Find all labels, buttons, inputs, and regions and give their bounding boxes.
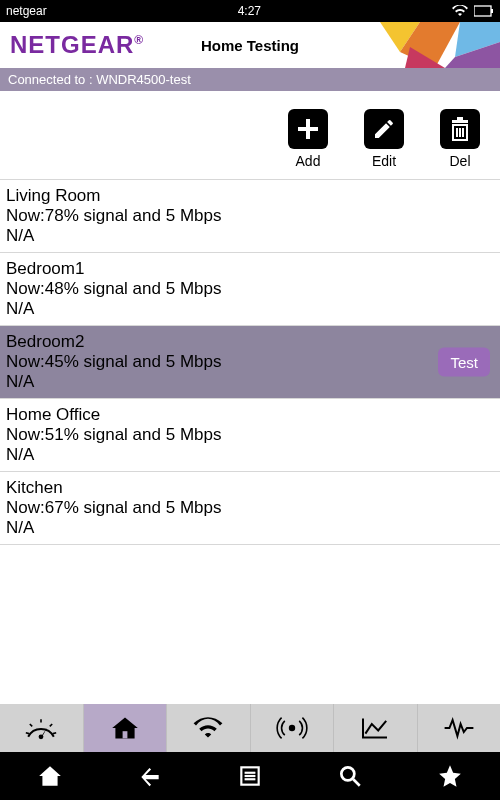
tab-activity[interactable] [418,704,501,752]
signal-detail: Now:45% signal and 5 Mbps [6,352,492,372]
extra-line: N/A [6,299,492,319]
connection-status-bar: Connected to : WNDR4500-test [0,68,500,91]
wifi-status-icon [452,5,468,17]
signal-detail: Now:78% signal and 5 Mbps [6,206,492,226]
list-item[interactable]: Kitchen Now:67% signal and 5 Mbps N/A [0,471,500,545]
nav-search[interactable] [330,756,370,796]
gauge-icon [25,714,57,742]
room-list: Living Room Now:78% signal and 5 Mbps N/… [0,179,500,545]
connection-prefix: Connected to : [8,72,96,87]
svg-line-16 [30,724,32,726]
status-app-name: netgear [6,4,47,18]
back-arrow-icon [137,763,163,789]
star-icon [437,763,463,789]
signal-detail: Now:51% signal and 5 Mbps [6,425,492,445]
menu-icon [237,763,263,789]
tab-signal[interactable] [251,704,335,752]
room-name: Kitchen [6,478,492,498]
connection-ssid: WNDR4500-test [96,72,191,87]
status-bar: netgear 4:27 [0,0,500,22]
search-icon [337,763,363,789]
extra-line: N/A [6,518,492,538]
svg-rect-10 [457,117,463,120]
extra-line: N/A [6,372,492,392]
list-item[interactable]: Bedroom1 Now:48% signal and 5 Mbps N/A [0,252,500,325]
plus-icon [288,109,328,149]
activity-icon [443,714,475,742]
test-button[interactable]: Test [438,348,490,377]
add-label: Add [296,153,321,169]
system-nav-bar [0,752,500,800]
edit-button[interactable]: Edit [364,109,404,169]
header: NETGEAR® Home Testing [0,22,500,68]
room-name: Bedroom1 [6,259,492,279]
del-label: Del [449,153,470,169]
home-icon [37,763,63,789]
page-title: Home Testing [201,37,299,54]
pencil-icon [364,109,404,149]
trash-icon [440,109,480,149]
list-item[interactable]: Living Room Now:78% signal and 5 Mbps N/… [0,179,500,252]
tab-chart[interactable] [334,704,418,752]
nav-menu[interactable] [230,756,270,796]
status-time: 4:27 [47,4,452,18]
svg-rect-9 [452,120,468,123]
battery-status-icon [474,5,494,17]
signal-detail: Now:48% signal and 5 Mbps [6,279,492,299]
svg-point-28 [341,767,354,780]
extra-line: N/A [6,226,492,246]
svg-point-21 [39,734,44,739]
brand-decoration [350,22,500,68]
radar-icon [276,714,308,742]
svg-rect-1 [491,9,493,13]
actions-row: Add Edit Del [0,91,500,179]
house-icon [109,714,141,742]
svg-line-17 [50,724,52,726]
edit-label: Edit [372,153,396,169]
wifi-icon [192,714,224,742]
nav-home[interactable] [30,756,70,796]
svg-rect-0 [474,6,491,16]
signal-detail: Now:67% signal and 5 Mbps [6,498,492,518]
netgear-logo: NETGEAR® [10,31,144,59]
svg-rect-22 [122,731,127,738]
del-button[interactable]: Del [440,109,480,169]
extra-line: N/A [6,445,492,465]
app-tab-bar [0,704,500,752]
svg-rect-8 [298,127,318,131]
list-item[interactable]: Bedroom2 Now:45% signal and 5 Mbps N/A T… [0,325,500,398]
svg-line-18 [26,733,29,734]
tab-wifi[interactable] [167,704,251,752]
chart-icon [359,714,391,742]
status-right-icons [452,5,494,17]
nav-favorites[interactable] [430,756,470,796]
add-button[interactable]: Add [288,109,328,169]
svg-line-29 [353,779,360,786]
tab-dashboard[interactable] [0,704,84,752]
list-item[interactable]: Home Office Now:51% signal and 5 Mbps N/… [0,398,500,471]
room-name: Living Room [6,186,492,206]
svg-point-23 [289,725,295,731]
room-name: Home Office [6,405,492,425]
nav-back[interactable] [130,756,170,796]
tab-home-testing[interactable] [84,704,168,752]
svg-line-19 [53,733,56,734]
room-name: Bedroom2 [6,332,492,352]
